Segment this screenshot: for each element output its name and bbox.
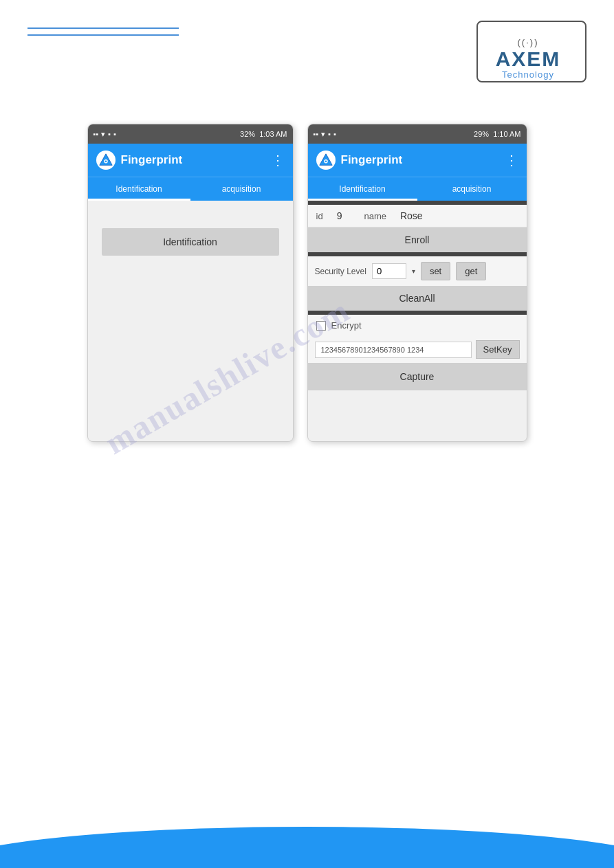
wifi-icon-right: ▾: [321, 130, 325, 139]
get-button[interactable]: get: [456, 262, 486, 280]
tab-identification-left[interactable]: Identification: [88, 177, 190, 201]
id-label: id: [316, 211, 323, 221]
app-bar-left-right: Fingerprint: [316, 151, 403, 170]
setkey-button[interactable]: SetKey: [476, 340, 520, 359]
logo-name: AXEM: [496, 49, 561, 69]
tab-acquisition-right[interactable]: acquisition: [417, 177, 527, 201]
header-line-2: [28, 34, 179, 36]
app-bar-left: Fingerprint: [96, 151, 183, 170]
logo-content: ((·)) AXEM Technology: [496, 30, 561, 80]
phone-left: ▪▪ ▾ ▪ ▪ 32% 1:03 AM Fingerpr: [87, 124, 294, 442]
enroll-button[interactable]: Enroll: [308, 227, 527, 252]
logo-signal: ((·)): [496, 37, 561, 47]
status-icons-left: ▪▪ ▾ ▪ ▪: [94, 130, 117, 139]
phone-left-status-bar: ▪▪ ▾ ▪ ▪ 32% 1:03 AM: [88, 124, 293, 144]
phone-right-status-bar: ▪▪ ▾ ▪ ▪ 29% 1:10 AM: [308, 124, 527, 144]
logo-area: ((·)) AXEM Technology: [470, 21, 586, 89]
encrypt-row: Encrypt: [308, 315, 527, 336]
logo-subtitle: Technology: [496, 69, 561, 80]
menu-icon-left[interactable]: ⋮: [271, 152, 285, 168]
key-row: SetKey: [308, 336, 527, 363]
signal-icon: ▪▪: [94, 130, 99, 138]
tab-identification-right[interactable]: Identification: [308, 177, 417, 201]
app-title-right: Fingerprint: [341, 153, 403, 167]
status-right: 32% 1:03 AM: [240, 130, 287, 138]
status-right-right: 29% 1:10 AM: [474, 130, 520, 138]
security-level-label: Security Level: [315, 267, 366, 276]
id-value: 9: [337, 210, 342, 221]
phone-right-tabs: Identification acquisition: [308, 177, 527, 201]
time-display-right: 1:10 AM: [493, 130, 520, 138]
capture-button[interactable]: Capture: [308, 363, 527, 390]
svg-marker-3: [319, 154, 331, 166]
battery-icon-right: ▪: [333, 130, 336, 138]
svg-point-5: [325, 160, 327, 162]
set-button[interactable]: set: [421, 262, 450, 280]
svg-marker-0: [99, 154, 111, 166]
phone-left-app-bar: Fingerprint ⋮: [88, 144, 293, 177]
dropdown-arrow-icon: ▾: [412, 267, 415, 275]
phone-right-app-bar: Fingerprint ⋮: [308, 144, 527, 177]
battery-percent-right: 29%: [474, 130, 489, 138]
page-header: ((·)) AXEM Technology: [0, 0, 614, 96]
identification-screen: Identification: [88, 201, 293, 269]
data-icon-right: ▪: [328, 130, 331, 138]
data-icon: ▪: [108, 130, 111, 138]
encrypt-checkbox[interactable]: [316, 321, 326, 331]
fingerprint-app-icon: [96, 151, 116, 170]
security-level-input[interactable]: [372, 263, 406, 279]
identification-button[interactable]: Identification: [102, 228, 279, 256]
battery-percent: 32%: [240, 130, 255, 138]
name-value: Rose: [400, 210, 423, 221]
signal-icon-right: ▪▪: [314, 130, 319, 138]
app-title-left: Fingerprint: [121, 153, 183, 167]
header-line-1: [28, 27, 179, 29]
key-input[interactable]: [315, 342, 472, 358]
time-display: 1:03 AM: [259, 130, 287, 138]
security-level-row: Security Level ▾ set get: [308, 256, 527, 286]
status-icons-left-right: ▪▪ ▾ ▪ ▪: [314, 130, 337, 139]
battery-icon: ▪: [113, 130, 116, 138]
svg-point-2: [105, 160, 107, 162]
menu-icon-right[interactable]: ⋮: [505, 152, 518, 168]
header-lines: [28, 21, 179, 36]
main-content: ▪▪ ▾ ▪ ▪ 32% 1:03 AM Fingerpr: [0, 110, 614, 456]
cleanall-button[interactable]: CleanAll: [308, 286, 527, 311]
bottom-wave: [0, 827, 614, 868]
encrypt-label: Encrypt: [331, 320, 362, 331]
id-name-row: id 9 name Rose: [308, 205, 527, 227]
tab-acquisition-left[interactable]: acquisition: [190, 177, 293, 201]
fingerprint-app-icon-right: [316, 151, 336, 170]
phone-right: ▪▪ ▾ ▪ ▪ 29% 1:10 AM Fingerpr: [307, 124, 527, 442]
phone-right-content: id 9 name Rose Enroll Security Level ▾ s…: [308, 201, 527, 441]
phone-left-content: Identification: [88, 201, 293, 441]
name-label: name: [364, 211, 386, 221]
phone-left-tabs: Identification acquisition: [88, 177, 293, 201]
wifi-icon: ▾: [101, 130, 105, 139]
